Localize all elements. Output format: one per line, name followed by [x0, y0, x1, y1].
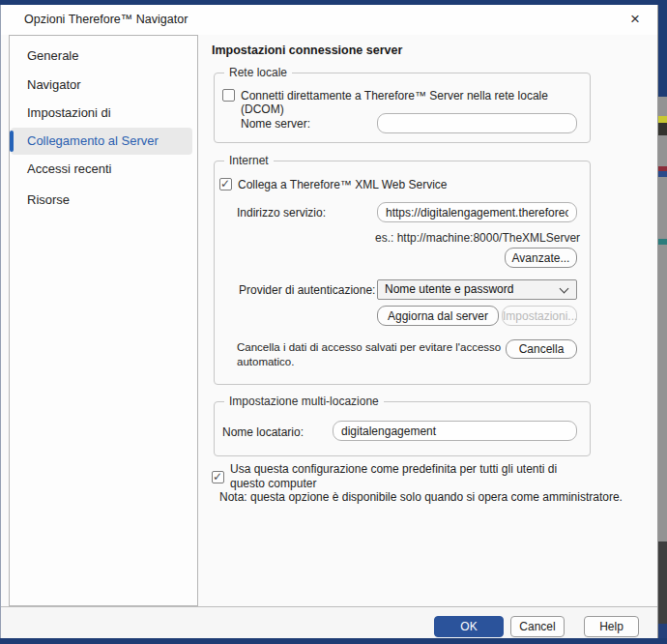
background-window-edge: [658, 0, 667, 644]
auth-provider-label: Provider di autenticazione:: [239, 283, 375, 297]
nome-locatario-input[interactable]: [333, 421, 577, 441]
url-example-hint: es.: http://machine:8000/TheXMLServer: [375, 231, 580, 245]
group-internet: Internet ✓ Collega a Therefore™ XML Web …: [214, 161, 591, 385]
auth-provider-select[interactable]: Nome utente e password: [377, 279, 577, 300]
category-sidebar: Generale Navigator Impostazioni di visua…: [9, 35, 198, 606]
xml-webservice-checkbox[interactable]: ✓: [219, 178, 232, 190]
nome-server-input[interactable]: [377, 113, 577, 133]
admin-note: Nota: questa opzione è disponibile solo …: [219, 490, 623, 504]
auth-provider-value: Nome utente e password: [385, 282, 513, 296]
title-bar: Opzioni Therefore™ Navigator ×: [1, 5, 657, 35]
dcom-checkbox-label: Connetti direttamente a Therefore™ Serve…: [241, 89, 585, 116]
dcom-checkbox[interactable]: [222, 89, 235, 102]
selected-accent-bar: [10, 131, 14, 152]
group-multi-locazione: Impostazione multi-locazione Nome locata…: [214, 401, 591, 456]
default-config-checkbox-label: Usa questa configurazione come predefini…: [230, 462, 594, 491]
page-title: Impostazioni connessione server: [212, 44, 402, 57]
sidebar-item-impostazioni-visualizzazione[interactable]: Impostazioni di visualizzazione: [11, 100, 192, 127]
default-config-checkbox[interactable]: ✓: [212, 471, 224, 483]
sidebar-item-label: Risorse: [27, 192, 70, 207]
nome-locatario-label: Nome locatario:: [222, 425, 304, 439]
ok-button[interactable]: OK: [434, 616, 504, 637]
cancel-button[interactable]: Cancel: [510, 616, 565, 637]
group-legend: Impostazione multi-locazione: [224, 395, 384, 408]
background-window-bottom: [0, 638, 667, 644]
dialog-footer: OK Cancel Help: [1, 606, 657, 638]
clear-credentials-text: Cancella i dati di accesso salvati per e…: [237, 340, 508, 369]
background-window-top: [0, 0, 667, 5]
group-legend: Rete locale: [224, 66, 292, 79]
cancella-button[interactable]: Cancella: [506, 339, 577, 359]
settings-panel: Impostazioni connessione server Rete loc…: [204, 35, 651, 611]
nome-server-label: Nome server:: [241, 117, 310, 131]
dialog-title: Opzioni Therefore™ Navigator: [24, 13, 188, 26]
group-rete-locale: Rete locale Connetti direttamente a Ther…: [214, 73, 591, 143]
help-button[interactable]: Help: [584, 616, 639, 637]
sidebar-item-generale[interactable]: Generale: [11, 43, 192, 70]
sidebar-item-label: Navigator: [27, 77, 81, 92]
checkmark-icon: ✓: [220, 177, 230, 190]
aggiorna-dal-server-button[interactable]: Aggiorna dal server: [377, 306, 499, 326]
indirizzo-servizio-label: Indirizzo servizio:: [237, 206, 326, 220]
group-legend: Internet: [224, 154, 274, 167]
sidebar-item-accessi-recenti[interactable]: Accessi recenti: [11, 156, 192, 183]
impostazioni-button[interactable]: Impostazioni...: [502, 306, 577, 326]
xml-webservice-checkbox-label: Collega a Therefore™ XML Web Service: [238, 178, 448, 191]
indirizzo-servizio-input[interactable]: [377, 202, 577, 222]
close-icon[interactable]: ×: [623, 8, 648, 31]
sidebar-item-risorse[interactable]: Risorse: [11, 187, 192, 214]
sidebar-item-label: Collegamento al Server: [27, 133, 159, 148]
chevron-down-icon: [560, 284, 569, 294]
checkmark-icon: ✓: [213, 470, 222, 483]
sidebar-item-navigator[interactable]: Navigator: [11, 72, 192, 99]
sidebar-item-label: Accessi recenti: [27, 161, 111, 176]
sidebar-item-label: Generale: [27, 48, 78, 63]
avanzate-button[interactable]: Avanzate...: [505, 248, 577, 268]
sidebar-item-collegamento-server[interactable]: Collegamento al Server: [11, 128, 192, 155]
options-dialog: Opzioni Therefore™ Navigator × Generale …: [0, 5, 658, 638]
